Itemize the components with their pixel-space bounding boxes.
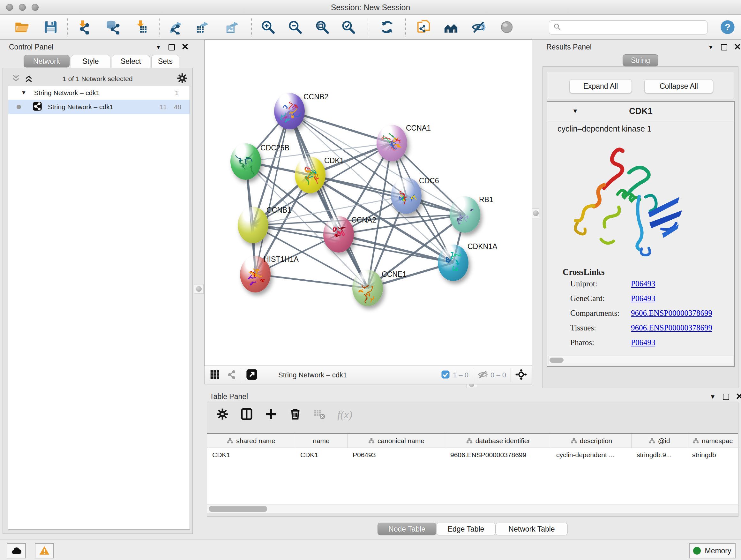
table-delete-gray-button[interactable]: [313, 408, 326, 422]
crosslink-value-link[interactable]: P06493: [631, 338, 655, 347]
node-CDC25B[interactable]: [230, 143, 261, 180]
memory-button[interactable]: Memory: [689, 543, 736, 558]
table-row[interactable]: CDK1CDK1P064939606.ENSP00000378699cyclin…: [207, 448, 738, 462]
column-header-database-identifier[interactable]: database identifier: [445, 434, 551, 448]
grid-view-icon[interactable]: [210, 369, 220, 381]
network-options-gear-icon[interactable]: [177, 72, 188, 85]
results-panel-collapse-icon[interactable]: ▼: [708, 44, 714, 51]
export-network-button[interactable]: [167, 18, 185, 36]
left-splitter-handle[interactable]: [194, 284, 204, 294]
column-header-description[interactable]: description: [551, 434, 631, 448]
table-panel-collapse-icon[interactable]: ▼: [710, 393, 716, 400]
crosslink-value-link[interactable]: 9606.ENSP00000378699: [631, 323, 712, 332]
open-in-new-window-icon[interactable]: [246, 368, 258, 382]
zoom-in-button[interactable]: [259, 18, 277, 36]
protein-section-header[interactable]: ▼ CDK1: [547, 102, 734, 121]
control-panel-float-icon[interactable]: [169, 44, 175, 51]
node-CDK1[interactable]: [295, 157, 326, 193]
selected-checkbox-icon[interactable]: [441, 370, 450, 381]
eye-gray-button[interactable]: [498, 18, 515, 36]
import-database-button[interactable]: [104, 18, 121, 36]
control-panel-collapse-icon[interactable]: ▼: [155, 44, 161, 51]
export-table-button[interactable]: [194, 18, 212, 36]
network-row-selected[interactable]: String Network – cdk1 11 48: [8, 100, 190, 114]
open-folder-button[interactable]: [14, 18, 31, 36]
gear-black-button[interactable]: [216, 408, 229, 422]
import-table-button[interactable]: [132, 18, 149, 36]
crosslink-value-link[interactable]: 9606.ENSP00000378699: [631, 309, 712, 317]
save-button[interactable]: [42, 18, 59, 36]
cell-namespac[interactable]: stringdb: [687, 448, 738, 462]
fx-button[interactable]: f(x): [337, 409, 352, 421]
hidden-eye-icon[interactable]: [478, 369, 488, 381]
column-header-@id[interactable]: @id: [631, 434, 687, 448]
help-button[interactable]: ?: [719, 18, 736, 36]
eye-slash-blue-button[interactable]: [470, 18, 487, 36]
crosslink-value-link[interactable]: P06493: [631, 279, 655, 288]
cloud-status-button[interactable]: [7, 543, 26, 558]
node-CDC6[interactable]: [391, 178, 421, 214]
table-panel-close-icon[interactable]: [736, 393, 741, 401]
tab-network[interactable]: Network: [23, 55, 70, 68]
node-CCNB2[interactable]: [274, 93, 305, 129]
node-CCNB1[interactable]: [238, 207, 268, 243]
network-share-icon[interactable]: [226, 369, 237, 381]
zoom-fit-button[interactable]: [314, 18, 331, 36]
node-CCNA1[interactable]: [377, 125, 407, 161]
tab-node-table[interactable]: Node Table: [378, 523, 436, 536]
cell-shared-name[interactable]: CDK1: [207, 448, 295, 462]
tab-select[interactable]: Select: [112, 55, 150, 68]
protein-thumbnail: [295, 157, 326, 193]
warning-icon: [39, 545, 50, 556]
cell-name[interactable]: CDK1: [295, 448, 347, 462]
results-panel-close-icon[interactable]: [734, 44, 741, 51]
cell-canonical-name[interactable]: P06493: [347, 448, 445, 462]
network-view-canvas[interactable]: CCNB2CCNA1CDC25BCDK1CDC6RB1CCNB1CCNA2CDK…: [204, 40, 532, 366]
tab-sets[interactable]: Sets: [151, 55, 179, 68]
zoom-out-button[interactable]: [286, 18, 304, 36]
tab-string[interactable]: String: [623, 54, 658, 66]
collapse-all-button[interactable]: Collapse All: [644, 79, 713, 93]
import-network-button[interactable]: [74, 18, 91, 36]
column-header-name[interactable]: name: [295, 434, 347, 448]
cell-description[interactable]: cyclin-dependent ...: [551, 448, 631, 462]
crosslink-label: Pharos:: [570, 338, 631, 347]
column-header-namespac[interactable]: namespac: [687, 434, 738, 448]
node-CCNA2[interactable]: [323, 216, 354, 253]
toolbar-separator: [159, 18, 159, 37]
export-image-button[interactable]: [224, 18, 242, 36]
table-body: f(x) shared namenamecanonical namedataba…: [207, 401, 738, 516]
network-collection-row[interactable]: ▼ String Network – cdk1 1: [8, 86, 190, 100]
share-doc-button[interactable]: [415, 18, 432, 36]
tab-network-table[interactable]: Network Table: [495, 523, 568, 536]
pan-crosshair-icon[interactable]: [515, 369, 527, 381]
zoom-selected-button[interactable]: [340, 18, 357, 36]
plus-button[interactable]: [265, 408, 277, 422]
tab-style[interactable]: Style: [71, 55, 111, 68]
houses-button[interactable]: [442, 18, 460, 36]
network-tab-body: 1 of 1 Network selected ▼ String Network…: [3, 68, 193, 534]
warnings-button[interactable]: [35, 543, 54, 558]
expand-all-button[interactable]: Expand All: [569, 79, 632, 93]
node-CDKN1A[interactable]: [438, 245, 468, 281]
column-header-canonical-name[interactable]: canonical name: [347, 434, 445, 448]
column-header-shared-name[interactable]: shared name: [207, 434, 295, 448]
columns-button[interactable]: [240, 408, 253, 422]
refresh-button[interactable]: [379, 18, 396, 36]
crosslink-value-link[interactable]: P06493: [631, 294, 655, 303]
edge-HIST1H1A-CCNE1: [255, 274, 367, 288]
control-panel-close-icon[interactable]: [182, 44, 188, 51]
node-RB1[interactable]: [450, 196, 480, 233]
table-hscrollbar[interactable]: [207, 504, 738, 513]
cell-@id[interactable]: stringdb:9...: [631, 448, 687, 462]
search-input[interactable]: [561, 23, 707, 32]
node-CCNE1[interactable]: [352, 270, 383, 306]
tab-edge-table[interactable]: Edge Table: [436, 523, 495, 536]
results-panel-float-icon[interactable]: [721, 44, 727, 51]
results-hscrollbar[interactable]: [549, 356, 733, 364]
table-panel-float-icon[interactable]: [723, 394, 729, 400]
search-box[interactable]: [549, 20, 708, 35]
trash-button[interactable]: [289, 408, 301, 422]
collection-expand-icon[interactable]: ▼: [21, 90, 26, 96]
cell-database-identifier[interactable]: 9606.ENSP00000378699: [445, 448, 551, 462]
